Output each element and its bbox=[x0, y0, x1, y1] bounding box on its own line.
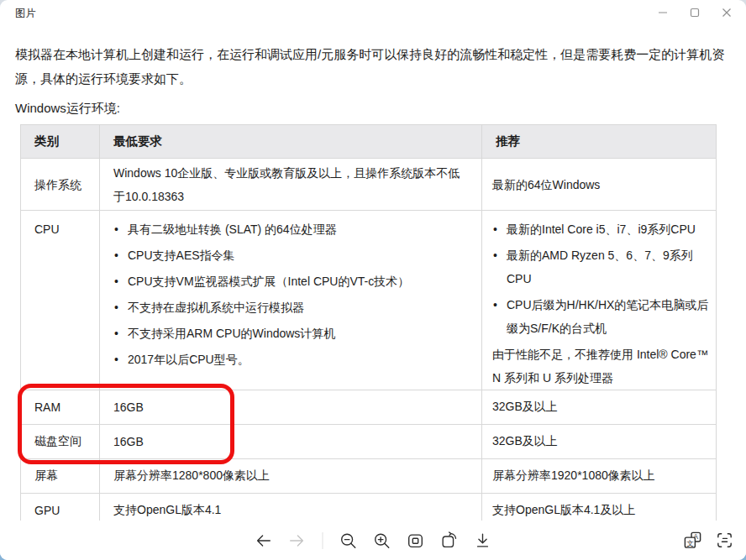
cell-category: CPU bbox=[21, 211, 100, 390]
bullet-item: 具有二级地址转换 (SLAT) 的64位处理器 bbox=[113, 217, 468, 241]
cell-text: RAM bbox=[34, 400, 60, 414]
bullet-item: 最新的AMD Ryzen 5、6、7、9系列CPU bbox=[492, 243, 709, 290]
image-content: 模拟器在本地计算机上创建和运行，在运行和调试应用/元服务时可以保持良好的流畅性和… bbox=[0, 25, 746, 528]
translate-button[interactable]: A 文 bbox=[682, 531, 702, 551]
extract-text-icon bbox=[715, 531, 734, 550]
save-icon bbox=[474, 531, 492, 550]
forward-button[interactable] bbox=[287, 531, 307, 551]
toolbar-center-group bbox=[254, 521, 493, 560]
back-arrow-icon bbox=[255, 531, 273, 550]
cell-category: 操作系统 bbox=[21, 159, 100, 211]
minimize-button[interactable] bbox=[647, 0, 679, 25]
cell-minimum: 16GB bbox=[100, 390, 482, 425]
photos-app-window: 图片 模拟器在本地计算机上创建和运行，在运行和调试应用/元服务时可以保持良好的流… bbox=[0, 0, 746, 560]
save-button[interactable] bbox=[473, 531, 493, 551]
bullet-item: 不支持在虚拟机系统中运行模拟器 bbox=[113, 296, 468, 319]
zoom-out-button[interactable] bbox=[339, 531, 359, 551]
env-label: Windows运行环境: bbox=[15, 101, 731, 117]
extract-text-button[interactable] bbox=[714, 531, 734, 551]
translate-icon: A 文 bbox=[683, 531, 702, 550]
cpu-rec-bullet-list: 最新的Intel Core i5、i7、i9系列CPU 最新的AMD Ryzen… bbox=[492, 217, 709, 340]
bullet-item: 2017年以后CPU型号。 bbox=[113, 348, 468, 371]
window-controls bbox=[647, 0, 743, 25]
cell-category: RAM bbox=[21, 390, 100, 425]
table-row-screen: 屏幕 屏幕分辨率1280*800像素以上 屏幕分辨率1920*1080像素以上 bbox=[21, 459, 717, 494]
maximize-button[interactable] bbox=[679, 0, 711, 25]
table-header-row: 类别 最低要求 推荐 bbox=[21, 125, 717, 159]
minimize-icon bbox=[658, 8, 668, 18]
toolbar-divider bbox=[323, 532, 323, 549]
svg-text:文: 文 bbox=[686, 539, 694, 547]
table-row-os: 操作系统 Windows 10企业版、专业版或教育版及以上，且操作系统版本不低于… bbox=[21, 159, 717, 211]
cell-category: 磁盘空间 bbox=[21, 425, 100, 459]
close-button[interactable] bbox=[711, 0, 743, 25]
close-icon bbox=[722, 8, 732, 18]
title-bar: 图片 bbox=[0, 0, 746, 25]
header-category: 类别 bbox=[21, 125, 100, 159]
intro-paragraph: 模拟器在本地计算机上创建和运行，在运行和调试应用/元服务时可以保持良好的流畅性和… bbox=[15, 42, 731, 91]
cell-recommended: 屏幕分辨率1920*1080像素以上 bbox=[482, 459, 717, 494]
cell-category: 屏幕 bbox=[21, 459, 100, 494]
app-title: 图片 bbox=[15, 7, 36, 21]
cpu-min-bullet-list: 具有二级地址转换 (SLAT) 的64位处理器 CPU支持AES指令集 CPU支… bbox=[113, 217, 468, 371]
zoom-in-button[interactable] bbox=[372, 531, 392, 551]
fit-to-window-icon bbox=[407, 531, 425, 550]
cell-recommended: 最新的Intel Core i5、i7、i9系列CPU 最新的AMD Ryzen… bbox=[482, 211, 717, 390]
bullet-item: 不支持采用ARM CPU的Windows计算机 bbox=[113, 322, 468, 345]
requirements-table: 类别 最低要求 推荐 操作系统 Windows 10企业版、专业版或教育版及以上… bbox=[20, 124, 717, 528]
cell-recommended: 32GB及以上 bbox=[482, 390, 717, 425]
fit-to-window-button[interactable] bbox=[406, 531, 426, 551]
zoom-in-icon bbox=[373, 531, 391, 550]
cell-minimum: 具有二级地址转换 (SLAT) 的64位处理器 CPU支持AES指令集 CPU支… bbox=[100, 211, 482, 390]
maximize-icon bbox=[690, 8, 700, 18]
cell-minimum: Windows 10企业版、专业版或教育版及以上，且操作系统版本不低于10.0.… bbox=[100, 159, 482, 211]
cell-minimum: 屏幕分辨率1280*800像素以上 bbox=[100, 459, 482, 494]
bottom-toolbar: A 文 bbox=[0, 521, 746, 560]
cell-recommended: 32GB及以上 bbox=[482, 425, 717, 459]
bullet-item: CPU支持VM监视器模式扩展（Intel CPU的VT-c技术） bbox=[113, 270, 468, 293]
toolbar-right-group: A 文 bbox=[682, 521, 734, 560]
cpu-rec-note: 由于性能不足，不推荐使用 Intel® Core™ N 系列和 U 系列处理器 bbox=[492, 343, 709, 390]
table-row-disk: 磁盘空间 16GB 32GB及以上 bbox=[21, 425, 717, 459]
bullet-item: CPU后缀为H/HK/HX的笔记本电脑或后缀为S/F/K的台式机 bbox=[492, 293, 709, 340]
cell-recommended: 最新的64位Windows bbox=[482, 159, 717, 211]
forward-arrow-icon bbox=[288, 531, 307, 550]
header-recommended: 推荐 bbox=[482, 125, 717, 159]
rotate-icon bbox=[440, 531, 459, 550]
bullet-item: CPU支持AES指令集 bbox=[113, 243, 468, 267]
rotate-button[interactable] bbox=[439, 531, 460, 551]
cell-minimum: 16GB bbox=[100, 425, 482, 459]
zoom-out-icon bbox=[339, 531, 358, 550]
header-minimum: 最低要求 bbox=[100, 125, 482, 159]
table-row-ram: RAM 16GB 32GB及以上 bbox=[21, 390, 717, 425]
bullet-item: 最新的Intel Core i5、i7、i9系列CPU bbox=[492, 217, 709, 241]
back-button[interactable] bbox=[254, 531, 274, 551]
table-row-cpu: CPU 具有二级地址转换 (SLAT) 的64位处理器 CPU支持AES指令集 … bbox=[21, 211, 717, 390]
